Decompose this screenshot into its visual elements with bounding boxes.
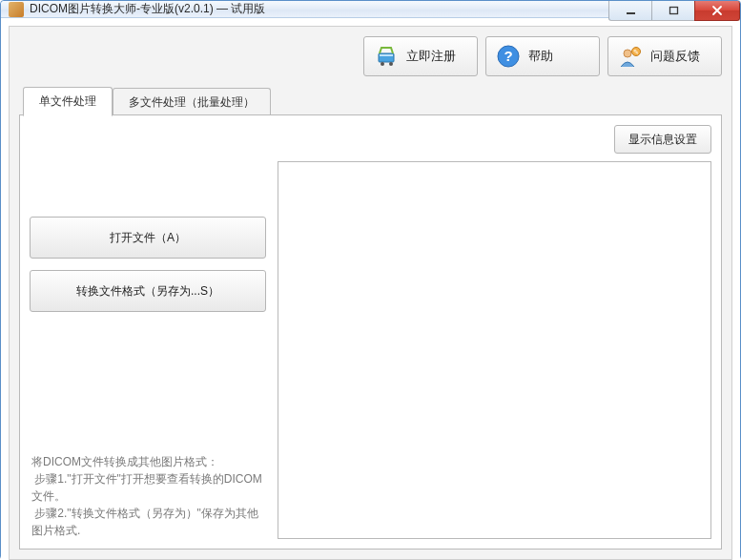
minimize-button[interactable] bbox=[608, 1, 652, 21]
tab-single-label: 单文件处理 bbox=[39, 94, 96, 108]
cart-icon bbox=[374, 44, 399, 69]
display-info-settings-label: 显示信息设置 bbox=[628, 132, 697, 148]
feedback-button[interactable]: ✎ 问题反馈 bbox=[607, 36, 722, 76]
help-button[interactable]: ? 帮助 bbox=[485, 36, 600, 76]
register-button[interactable]: 立即注册 bbox=[363, 36, 478, 76]
right-panel: 显示信息设置 bbox=[278, 125, 711, 539]
tab-page-single: 打开文件（A） 转换文件格式（另存为...S） 将DICOM文件转换成其他图片格… bbox=[19, 114, 722, 550]
hint-text: 将DICOM文件转换成其他图片格式： 步骤1."打开文件"打开想要查看转换的DI… bbox=[30, 451, 266, 539]
convert-format-label: 转换文件格式（另存为...S） bbox=[76, 283, 219, 300]
tab-batch[interactable]: 多文件处理（批量处理） bbox=[113, 88, 271, 116]
image-preview-area bbox=[278, 161, 711, 539]
tab-single-file[interactable]: 单文件处理 bbox=[23, 87, 113, 116]
top-action-bar: 立即注册 ? 帮助 bbox=[19, 36, 722, 76]
client-area: 立即注册 ? 帮助 bbox=[1, 18, 740, 560]
left-panel: 打开文件（A） 转换文件格式（另存为...S） 将DICOM文件转换成其他图片格… bbox=[30, 125, 266, 539]
svg-point-8 bbox=[624, 50, 631, 57]
window-title: DICOM图片转换大师-专业版(v2.0.1) — 试用版 bbox=[30, 1, 265, 17]
open-file-button[interactable]: 打开文件（A） bbox=[30, 217, 266, 259]
svg-point-5 bbox=[389, 62, 393, 66]
convert-format-button[interactable]: 转换文件格式（另存为...S） bbox=[30, 270, 266, 312]
client-inner: 立即注册 ? 帮助 bbox=[9, 26, 732, 560]
maximize-button[interactable] bbox=[651, 1, 695, 21]
feedback-label: 问题反馈 bbox=[650, 48, 700, 65]
app-window: DICOM图片转换大师-专业版(v2.0.1) — 试用版 bbox=[0, 0, 741, 560]
question-icon: ? bbox=[496, 44, 521, 69]
window-controls bbox=[609, 1, 740, 21]
close-button[interactable] bbox=[694, 1, 740, 21]
help-label: 帮助 bbox=[528, 48, 553, 65]
svg-text:?: ? bbox=[504, 48, 512, 64]
open-file-label: 打开文件（A） bbox=[110, 230, 186, 246]
svg-point-4 bbox=[381, 62, 384, 66]
right-top-bar: 显示信息设置 bbox=[278, 125, 711, 154]
svg-rect-3 bbox=[380, 54, 393, 56]
user-bubble-icon: ✎ bbox=[618, 44, 643, 69]
register-label: 立即注册 bbox=[406, 48, 456, 65]
display-info-settings-button[interactable]: 显示信息设置 bbox=[614, 125, 711, 154]
app-icon bbox=[9, 2, 24, 17]
tab-strip: 单文件处理 多文件处理（批量处理） bbox=[19, 86, 722, 115]
svg-text:✎: ✎ bbox=[633, 49, 639, 55]
svg-rect-0 bbox=[627, 12, 635, 14]
spacer bbox=[30, 125, 266, 217]
tab-batch-label: 多文件处理（批量处理） bbox=[129, 95, 255, 109]
titlebar[interactable]: DICOM图片转换大师-专业版(v2.0.1) — 试用版 bbox=[1, 1, 740, 18]
svg-rect-1 bbox=[669, 7, 677, 13]
